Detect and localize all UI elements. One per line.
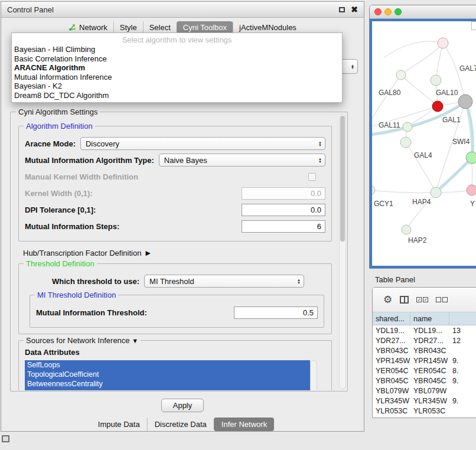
- gear-icon[interactable]: ⚙: [383, 295, 392, 305]
- table-panel-title: Table Panel: [375, 275, 415, 284]
- cell-name: YLR345W: [410, 397, 449, 405]
- network-window-titlebar[interactable]: [370, 5, 476, 19]
- mi-threshold-input[interactable]: [234, 306, 318, 319]
- network-node[interactable]: [431, 75, 441, 86]
- attribute-list-item[interactable]: SelfLoops: [25, 360, 310, 370]
- combo-stepper-icon: ▲▼: [318, 158, 322, 163]
- dropdown-item-bayesian-hill-climbing[interactable]: Bayesian - Hill Climbing: [12, 45, 342, 54]
- network-node[interactable]: [372, 185, 375, 195]
- tab-style[interactable]: Style: [113, 21, 143, 34]
- network-node[interactable]: [396, 70, 406, 80]
- table-row[interactable]: YPR145W YPR145W 9.: [373, 356, 476, 366]
- kernel-width-input[interactable]: [242, 187, 325, 200]
- cell-extra: 9.: [449, 357, 476, 365]
- column-header-shared-name[interactable]: shared...: [373, 312, 410, 325]
- which-threshold-select[interactable]: MI Threshold ▲▼: [144, 275, 304, 288]
- manual-kernel-checkbox[interactable]: [308, 173, 316, 181]
- window-title: Control Panel: [7, 5, 54, 14]
- table-row[interactable]: YDL19... YDL19... 13: [373, 325, 476, 335]
- tab-cyni-toolbox[interactable]: Cyni Toolbox: [177, 21, 233, 34]
- combo-stepper-icon: ▲▼: [297, 279, 301, 284]
- column-header-name[interactable]: name: [410, 312, 449, 325]
- mi-steps-label: Mutual Information Steps:: [25, 222, 119, 231]
- cell-name: YPR145W: [410, 357, 449, 365]
- cell-name: YLR053C: [410, 407, 449, 415]
- column-header-extra[interactable]: [449, 312, 476, 325]
- network-node[interactable]: [400, 137, 411, 148]
- attribute-list-item[interactable]: TopologicalCoefficient: [25, 370, 310, 379]
- network-node[interactable]: [466, 152, 476, 164]
- tab-network[interactable]: Network: [63, 21, 113, 34]
- mi-steps-input[interactable]: [242, 220, 325, 233]
- canvas-scrollbar-corner[interactable]: [471, 21, 476, 30]
- table-row[interactable]: YLR053C YLR053C: [373, 406, 476, 416]
- settings-scrollbar[interactable]: [339, 114, 346, 389]
- checked-box-icon: ✓: [423, 297, 428, 302]
- network-node[interactable]: [458, 94, 472, 109]
- algorithm-dropdown-popup: Select algorithm to view settings Bayesi…: [11, 32, 343, 103]
- table-row[interactable]: YBL079W YBL079W: [373, 386, 476, 396]
- tab-jactivemnodules[interactable]: jActiveMNodules: [233, 21, 302, 34]
- docked-panel-icon[interactable]: [2, 435, 9, 442]
- manual-kernel-label: Manual Kernel Width Definition: [25, 172, 138, 181]
- table-row[interactable]: YDR27... YDR27... 12: [373, 335, 476, 345]
- network-canvas[interactable]: GAL80GAL10GAL7GAL11GAL1SWI4GAL4GCY1HAP4Y…: [370, 19, 476, 268]
- deselect-all-icon[interactable]: [436, 297, 448, 302]
- aracne-mode-row: Aracne Mode: Discovery ▲▼: [25, 137, 325, 150]
- table-row[interactable]: YLR345W YLR345W 9.: [373, 396, 476, 406]
- tab-discretize-data[interactable]: Discretize Data: [147, 418, 214, 431]
- select-all-icon[interactable]: ✓ ✓: [416, 297, 428, 302]
- tab-impute-data[interactable]: Impute Data: [91, 418, 147, 431]
- tab-infer-network[interactable]: Infer Network: [214, 418, 274, 431]
- combo-stepper-icon: ▲▼: [351, 64, 354, 69]
- dpi-tolerance-input[interactable]: [242, 204, 325, 216]
- close-traffic-light-icon[interactable]: [374, 8, 382, 15]
- data-attributes-label: Data Attributes: [25, 348, 325, 357]
- dropdown-item-aracne[interactable]: ARACNE Algorithm: [12, 63, 342, 73]
- network-node[interactable]: [467, 185, 476, 195]
- control-panel-titlebar[interactable]: Control Panel ✖: [1, 2, 364, 18]
- cell-shared-name: YBR045C: [373, 377, 410, 385]
- table-row[interactable]: YBR045C YBR045C 9.: [373, 376, 476, 386]
- dropdown-item-bayesian-k2[interactable]: Bayesian - K2: [12, 81, 342, 91]
- hub-section-toggle[interactable]: Hub/Transcription Factor Definition ▶: [23, 249, 333, 257]
- mi-algorithm-type-row: Mutual Information Algorithm Type: Naive…: [25, 154, 325, 167]
- attribute-list-item[interactable]: gal4RGexp: [25, 389, 310, 390]
- mi-threshold-label: Mutual Information Threshold:: [36, 308, 147, 317]
- close-window-icon[interactable]: ✖: [351, 5, 358, 14]
- mi-algorithm-type-select[interactable]: Naive Bayes ▲▼: [159, 154, 325, 167]
- threshold-definition-group: Threshold Definition Which threshold to …: [18, 263, 332, 334]
- dropdown-item-dream8[interactable]: Dream8 DC_TDC Algorithm: [12, 91, 342, 100]
- settings-scrollbar-thumb[interactable]: [340, 116, 345, 242]
- network-node[interactable]: [431, 187, 441, 198]
- column-grid-icon[interactable]: [400, 296, 409, 304]
- apply-button[interactable]: Apply: [161, 399, 204, 412]
- network-node[interactable]: [438, 38, 448, 48]
- minimize-traffic-light-icon[interactable]: [384, 8, 392, 15]
- network-node[interactable]: [402, 225, 411, 234]
- tab-select[interactable]: Select: [143, 21, 177, 34]
- settings-scroll-area: Algorithm Definition Aracne Mode: Discov…: [11, 113, 338, 390]
- collapse-down-icon: ▼: [132, 337, 138, 344]
- table-row[interactable]: YER054C YER054C 8.: [373, 366, 476, 376]
- attribute-list-item[interactable]: BetweennessCentrality: [25, 379, 310, 389]
- dropdown-item-mutual-information[interactable]: Mutual Information Inference: [12, 73, 342, 82]
- dropdown-item-basic-correlation[interactable]: Basic Correlation Inference: [12, 54, 342, 64]
- float-window-icon[interactable]: [339, 7, 345, 12]
- mi-threshold-row: Mutual Information Threshold:: [36, 306, 318, 319]
- sources-group: Sources for Network Inference ▼ Data Att…: [18, 340, 332, 390]
- cell-extra: 9.: [449, 397, 476, 405]
- network-node[interactable]: [403, 122, 412, 132]
- attributes-list-scrollbar[interactable]: [310, 360, 317, 390]
- network-node-label: SWI4: [452, 138, 470, 146]
- network-node[interactable]: [432, 101, 443, 112]
- zoom-traffic-light-icon[interactable]: [395, 8, 402, 15]
- manual-kernel-row: Manual Kernel Width Definition: [25, 170, 325, 183]
- sources-group-title[interactable]: Sources for Network Inference ▼: [24, 336, 141, 345]
- aracne-mode-select[interactable]: Discovery ▲▼: [80, 137, 325, 150]
- tab-label: Select: [149, 23, 171, 32]
- table-row[interactable]: YBR043C YBR043C: [373, 345, 476, 356]
- cell-extra: 13: [449, 327, 476, 335]
- table-header: shared... name: [373, 312, 476, 325]
- cell-name: YER054C: [410, 367, 449, 375]
